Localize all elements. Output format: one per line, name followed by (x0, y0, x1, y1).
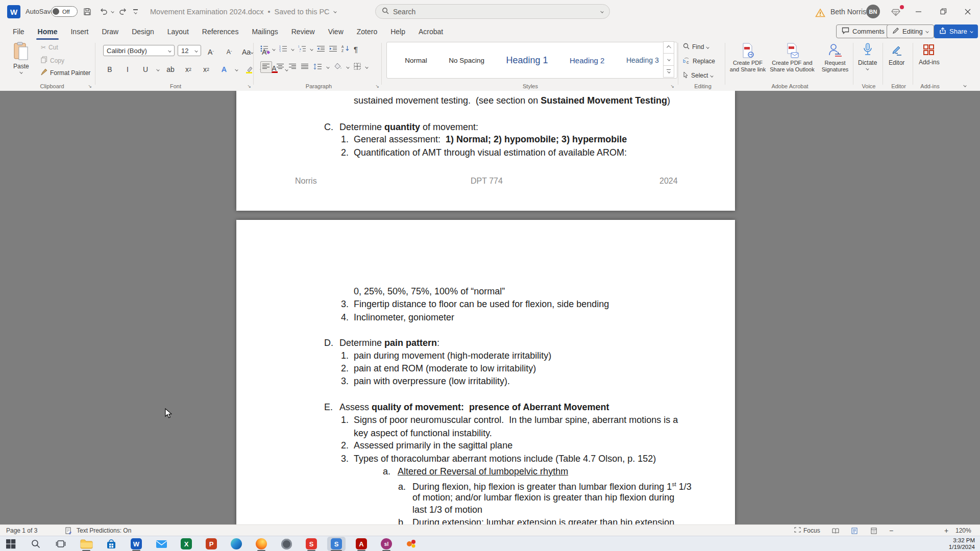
web-layout-button[interactable] (871, 525, 877, 536)
doc-line[interactable]: 2.Assessed primarily in the sagittal pla… (341, 440, 512, 452)
text-predictions[interactable]: Text Predictions: On (77, 525, 131, 536)
bold-button[interactable]: B (103, 62, 116, 77)
subscript-button[interactable]: x2 (182, 62, 195, 77)
share-button[interactable]: Share (934, 24, 978, 38)
taskbar-clock[interactable]: 3:32 PM 1/19/2024 (949, 537, 975, 550)
word-icon[interactable]: W (130, 537, 143, 550)
acrobat-icon[interactable]: A (355, 537, 368, 550)
show-formatting-marks-button[interactable]: ¶ (354, 45, 358, 54)
search-input[interactable]: Search (375, 4, 610, 19)
page-indicator[interactable]: Page 1 of 3 (6, 525, 37, 536)
firefox-icon[interactable] (255, 537, 268, 550)
save-button[interactable] (81, 6, 94, 17)
tab-file[interactable]: File (6, 23, 31, 40)
print-layout-button[interactable] (851, 525, 857, 536)
file-explorer-icon[interactable] (80, 537, 93, 550)
text-highlight-button[interactable] (242, 62, 256, 77)
search-icon[interactable] (29, 537, 42, 550)
select-button[interactable]: Select (683, 71, 713, 80)
doc-line[interactable]: 1.General assessment: 1) Normal; 2) hypo… (341, 134, 627, 145)
underline-dropdown-icon[interactable] (156, 68, 159, 71)
document-title[interactable]: Movement Examination 2024.docx • Saved t… (150, 0, 336, 23)
zoom-in-button[interactable]: + (944, 525, 948, 536)
undo-dropdown-icon[interactable] (111, 10, 114, 13)
decrease-indent-button[interactable] (317, 45, 325, 54)
font-size-select[interactable]: 12 (178, 45, 201, 56)
blue-s-app-icon[interactable]: S (330, 537, 343, 550)
mail-icon[interactable] (155, 537, 168, 550)
start-icon[interactable] (4, 537, 17, 550)
undo-button[interactable] (97, 6, 110, 17)
shading-button[interactable] (334, 63, 342, 71)
redo-button[interactable] (116, 6, 130, 17)
cut-button[interactable]: ✂Cut (41, 44, 58, 51)
doc-line[interactable]: 3.Fingertip distance to floor can be use… (341, 298, 609, 310)
doc-line[interactable]: a.During flexion, hip flexion is greater… (398, 479, 692, 493)
doc-line[interactable]: 1.pain during movement (high-moderate ir… (341, 350, 551, 362)
powerpoint-icon[interactable]: P (205, 537, 218, 550)
format-painter-button[interactable]: Format Painter (41, 68, 90, 77)
red-s-app-icon[interactable]: S (305, 537, 318, 550)
font-name-select[interactable]: Calibri (Body) (103, 45, 175, 56)
doc-line[interactable]: sustained movement testing. (see section… (354, 95, 670, 107)
superscript-button[interactable]: x2 (200, 62, 213, 77)
quick-access-more-button[interactable] (129, 6, 142, 17)
doc-line[interactable]: 4.Inclinometer, goniometer (341, 312, 454, 323)
proofing-icon[interactable] (65, 525, 72, 536)
grow-font-button[interactable]: Aˆ (204, 45, 217, 59)
doc-line[interactable]: 1.Signs of poor neuromuscular control. I… (341, 414, 678, 426)
restore-button[interactable] (934, 0, 953, 23)
strikethrough-button[interactable]: ab (164, 62, 177, 77)
bullets-button[interactable] (260, 45, 268, 54)
copy-button[interactable]: Copy (41, 56, 64, 65)
tab-acrobat[interactable]: Acrobat (412, 23, 450, 40)
doc-line[interactable]: 3.pain with overpressure (low irritabili… (341, 375, 510, 387)
excel-icon[interactable]: X (180, 537, 193, 550)
increase-indent-button[interactable] (329, 45, 337, 54)
focus-button[interactable]: Focus (794, 525, 820, 536)
paragraph-dialog-launcher[interactable]: ↘ (375, 84, 379, 89)
zoom-level[interactable]: 120% (955, 525, 971, 536)
replace-button[interactable]: bc Replace (683, 57, 715, 65)
doc-line[interactable]: C.Determine quantity of movement: (324, 121, 478, 133)
tab-view[interactable]: View (322, 23, 350, 40)
align-left-button[interactable] (260, 61, 272, 73)
tab-help[interactable]: Help (384, 23, 412, 40)
tab-zotero[interactable]: Zotero (350, 23, 384, 40)
tab-draw[interactable]: Draw (95, 23, 125, 40)
tab-layout[interactable]: Layout (161, 23, 195, 40)
doc-line[interactable]: last 1/3 of motion (412, 504, 482, 516)
document-canvas[interactable]: sustained movement testing. (see section… (0, 91, 980, 524)
color-dots-app-icon[interactable] (405, 537, 418, 550)
tab-mailings[interactable]: Mailings (245, 23, 284, 40)
align-center-button[interactable] (277, 63, 284, 71)
doc-line[interactable]: b.During extension; lumbar extension is … (398, 517, 674, 524)
tab-review[interactable]: Review (285, 23, 322, 40)
editing-mode-button[interactable]: Editing (887, 24, 934, 38)
dictate-button[interactable]: Dictate (858, 43, 877, 70)
avatar[interactable]: BN (866, 5, 880, 18)
tab-design[interactable]: Design (125, 23, 161, 40)
sort-button[interactable]: AZ (341, 45, 350, 54)
read-mode-button[interactable] (832, 525, 839, 536)
doc-line[interactable]: E.Assess quality of movement: presence o… (324, 402, 609, 413)
doc-line[interactable]: 0, 25%, 50%, 75%, 100% of “normal” (354, 286, 505, 297)
find-button[interactable]: Find (683, 43, 709, 51)
underline-button[interactable]: U (139, 62, 152, 77)
change-case-button[interactable]: Aa (241, 45, 254, 59)
minimize-button[interactable] (909, 0, 928, 23)
doc-line[interactable]: a.Altered or Reversal of lumbopelvic rhy… (383, 466, 568, 478)
editor-button[interactable]: Editor (889, 44, 904, 66)
align-right-button[interactable] (289, 63, 297, 71)
create-pdf-share-link-button[interactable]: Create PDF and Share link (728, 43, 768, 73)
user-name[interactable]: Beth Norris (830, 0, 866, 23)
close-button[interactable] (958, 0, 977, 23)
italic-button[interactable]: I (121, 62, 134, 77)
autosave-toggle[interactable]: Off (51, 6, 78, 17)
gray-circle-app-icon[interactable] (280, 537, 293, 550)
numbering-button[interactable]: 123 (279, 45, 287, 54)
line-spacing-button[interactable] (313, 63, 322, 71)
doc-line[interactable]: D.Determine pain pattern: (324, 337, 439, 349)
doc-line[interactable]: 3.Types of thoracolumbar aberrant motion… (341, 453, 656, 465)
doc-line[interactable]: of motion; and/or lumbar flexion is grea… (412, 492, 674, 504)
